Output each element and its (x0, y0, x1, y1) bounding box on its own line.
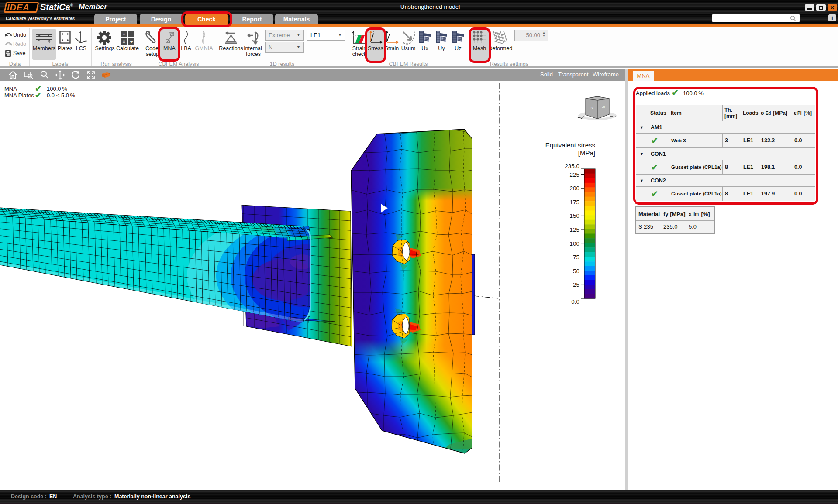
svg-text:100: 100 (569, 240, 579, 247)
svg-text:+Y: +Y (589, 106, 594, 110)
svg-text:-X: -X (602, 105, 606, 109)
svg-text:150: 150 (569, 213, 579, 219)
svg-text:−: − (130, 31, 133, 37)
svg-text:50: 50 (573, 268, 579, 274)
svg-text:[MPa]: [MPa] (578, 149, 595, 157)
svg-text:75: 75 (573, 254, 579, 261)
svg-text:175: 175 (569, 199, 579, 206)
svg-text:÷: ÷ (130, 39, 133, 44)
svg-text:200: 200 (569, 185, 579, 192)
svg-text:+: + (123, 31, 125, 37)
svg-text:25: 25 (573, 281, 579, 288)
svg-text:×: × (123, 39, 125, 44)
svg-text:225: 225 (569, 171, 579, 178)
svg-text:Equivalent stress: Equivalent stress (545, 141, 595, 149)
svg-text:0.0: 0.0 (571, 298, 579, 305)
svg-text:125: 125 (569, 226, 579, 233)
svg-text:235.0: 235.0 (565, 163, 579, 169)
